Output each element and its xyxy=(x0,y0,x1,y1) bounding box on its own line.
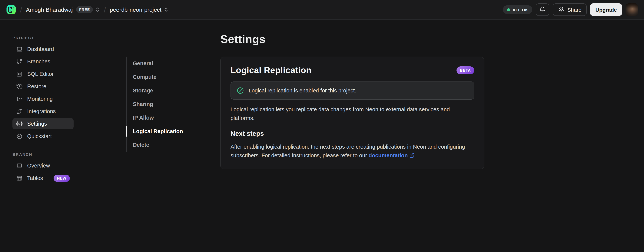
plan-badge: FREE xyxy=(76,6,93,13)
settings-nav-general[interactable]: General xyxy=(127,56,220,70)
settings-gear-icon xyxy=(16,120,23,127)
breadcrumb: / Amogh Bharadwaj FREE / peerdb-neon-pro… xyxy=(6,4,169,15)
settings-nav-storage[interactable]: Storage xyxy=(127,84,220,97)
settings-nav-sharing[interactable]: Sharing xyxy=(127,97,220,111)
new-badge: NEW xyxy=(54,174,70,182)
section-label: PROJECT xyxy=(0,36,86,40)
sidebar-item-label: Overview xyxy=(27,162,50,169)
top-bar: / Amogh Bharadwaj FREE / peerdb-neon-pro… xyxy=(0,0,644,20)
sidebar-item-label: Tables xyxy=(27,175,43,181)
section-label: BRANCH xyxy=(0,152,86,156)
tables-icon xyxy=(16,175,23,181)
dashboard-icon xyxy=(16,46,23,52)
sidebar-item-monitoring[interactable]: Monitoring xyxy=(12,93,74,104)
settings-nav-compute[interactable]: Compute xyxy=(127,70,220,84)
overview-icon xyxy=(16,162,23,169)
upgrade-button[interactable]: Upgrade xyxy=(590,4,622,16)
sidebar-section-project: PROJECT Dashboard Branches xyxy=(0,36,86,142)
sidebar-item-sql-editor[interactable]: SQL Editor xyxy=(12,68,74,80)
sidebar-item-restore[interactable]: Restore xyxy=(12,81,74,92)
card-title: Logical Replication xyxy=(230,65,312,76)
breadcrumb-separator: / xyxy=(104,5,106,14)
external-link-icon[interactable] xyxy=(409,153,414,158)
settings-nav-delete[interactable]: Delete xyxy=(127,138,220,152)
card-description: Logical replication lets you replicate d… xyxy=(230,105,474,122)
success-alert: Logical replication is enabled for this … xyxy=(230,82,474,100)
restore-icon xyxy=(16,83,23,90)
sidebar-item-dashboard[interactable]: Dashboard xyxy=(12,44,74,55)
org-selector-chevrons-icon[interactable] xyxy=(95,7,100,12)
sidebar-section-branch: BRANCH Overview Tables NEW xyxy=(0,152,86,184)
settings-nav-logical-replication[interactable]: Logical Replication xyxy=(127,124,220,138)
main-content: Settings General Compute Storage Sharing… xyxy=(86,20,644,252)
sidebar-item-settings[interactable]: Settings xyxy=(12,118,74,130)
sidebar-item-overview[interactable]: Overview xyxy=(12,160,74,171)
project-selector-chevrons-icon[interactable] xyxy=(164,7,169,12)
sidebar-item-integrations[interactable]: Integrations xyxy=(12,106,74,117)
status-dot-icon xyxy=(507,8,510,11)
sql-editor-icon xyxy=(16,71,23,77)
branches-icon xyxy=(16,58,23,65)
neon-logo-icon[interactable] xyxy=(6,4,16,15)
card-header: Logical Replication BETA xyxy=(230,65,474,76)
settings-layout: General Compute Storage Sharing IP Allow… xyxy=(86,56,644,170)
breadcrumb-separator: / xyxy=(20,5,22,14)
share-button[interactable]: Share xyxy=(553,4,587,16)
sidebar-item-label: Dashboard xyxy=(27,46,54,52)
logical-replication-card: Logical Replication BETA Logical replica… xyxy=(220,56,484,170)
people-icon xyxy=(558,6,564,13)
sidebar-item-quickstart[interactable]: Quickstart xyxy=(12,130,74,142)
sidebar-item-label: Restore xyxy=(27,83,46,90)
project-name[interactable]: peerdb-neon-project xyxy=(110,6,162,13)
sidebar-item-tables[interactable]: Tables NEW xyxy=(12,172,74,184)
share-label: Share xyxy=(568,6,582,13)
success-check-icon xyxy=(236,87,244,94)
status-badge[interactable]: ALL OK xyxy=(503,5,532,14)
org-name[interactable]: Amogh Bharadwaj xyxy=(26,6,73,13)
settings-nav: General Compute Storage Sharing IP Allow… xyxy=(126,56,220,152)
check-circle-icon xyxy=(16,133,23,140)
topbar-actions: ALL OK Share Upgrade xyxy=(503,4,638,16)
sidebar-item-label: Monitoring xyxy=(27,96,53,102)
documentation-link[interactable]: documentation xyxy=(368,152,408,158)
sidebar-item-label: Settings xyxy=(27,121,47,127)
sidebar-item-label: Quickstart xyxy=(27,133,52,139)
sidebar-item-branches[interactable]: Branches xyxy=(12,56,74,67)
bell-icon xyxy=(539,6,546,13)
beta-badge: BETA xyxy=(456,66,474,74)
notifications-button[interactable] xyxy=(536,4,549,16)
page-title: Settings xyxy=(220,32,644,46)
app-window: / Amogh Bharadwaj FREE / peerdb-neon-pro… xyxy=(0,0,644,252)
next-steps-text: After enabling logical replication, the … xyxy=(230,142,474,160)
monitoring-icon xyxy=(16,96,23,102)
next-steps-body: After enabling logical replication, the … xyxy=(230,144,465,158)
sidebar-item-label: Branches xyxy=(27,58,50,64)
integrations-icon xyxy=(16,108,23,114)
sidebar-item-label: SQL Editor xyxy=(27,71,54,77)
next-steps-title: Next steps xyxy=(230,130,474,138)
user-avatar[interactable] xyxy=(626,4,638,16)
sidebar-item-label: Integrations xyxy=(27,108,56,114)
status-label: ALL OK xyxy=(512,7,528,12)
settings-nav-ip-allow[interactable]: IP Allow xyxy=(127,111,220,124)
app-shell: PROJECT Dashboard Branches xyxy=(0,20,644,252)
sidebar: PROJECT Dashboard Branches xyxy=(0,20,86,252)
alert-text: Logical replication is enabled for this … xyxy=(248,88,356,94)
